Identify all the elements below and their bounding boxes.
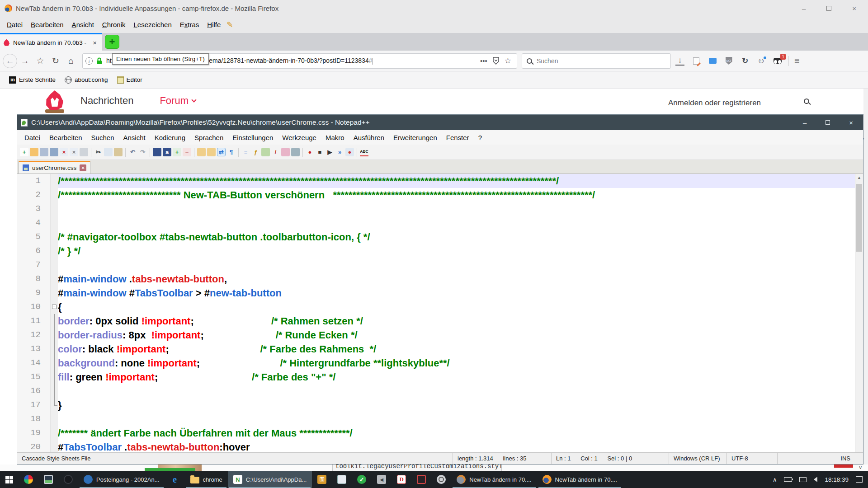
toolbar-indent-guide-icon[interactable]: ≡: [241, 148, 250, 156]
scroll-down-chevron-icon[interactable]: v: [859, 465, 862, 470]
browser-circle-app[interactable]: [58, 471, 78, 488]
explorer-chrome-window[interactable]: chrome: [185, 471, 228, 488]
pencil-icon[interactable]: ✎: [226, 20, 233, 29]
toolbar-print-icon[interactable]: [80, 148, 88, 156]
code-line-15[interactable]: fill: green !important; /* Farbe des "+"…: [58, 370, 855, 384]
back-icon[interactable]: ←: [3, 54, 17, 68]
action-center-icon[interactable]: [856, 476, 863, 483]
scrollbar-thumb[interactable]: [856, 184, 862, 252]
toolbar-monitoring-icon[interactable]: [291, 148, 300, 156]
npp-menu-bearbeiten[interactable]: Bearbeiten: [45, 132, 87, 143]
ff-menu-datei[interactable]: Datei: [3, 19, 27, 30]
thunderbird-window[interactable]: Posteingang - 2002An...: [78, 471, 165, 488]
fold-marker[interactable]: [51, 356, 58, 370]
display-tool-app[interactable]: [411, 471, 431, 488]
tab-newtab-aendern[interactable]: NewTab ändern in 70.0b3 - ×: [0, 33, 102, 51]
close-button[interactable]: ×: [852, 5, 856, 12]
refresh-extension-icon[interactable]: ↻: [741, 56, 750, 66]
firefox-taskbar-window[interactable]: NewTab ändern in 70....: [537, 471, 623, 488]
code-line-12[interactable]: border-radius: 8px !important; /* Runde …: [58, 328, 855, 342]
npp-menu-sprachen[interactable]: Sprachen: [190, 132, 228, 143]
fold-marker[interactable]: [51, 384, 58, 398]
toolbar-paste-icon[interactable]: [114, 148, 123, 156]
page-actions-icon[interactable]: •••: [477, 57, 490, 65]
page-nav-nachrichten[interactable]: Nachrichten: [80, 95, 133, 107]
ff-menu-lesezeichen[interactable]: Lesezeichen: [130, 19, 176, 30]
code-line-18[interactable]: [58, 412, 855, 426]
pocket-shield-icon[interactable]: [492, 57, 500, 65]
ff-menu-bearbeiten[interactable]: Bearbeiten: [27, 19, 68, 30]
code-line-6[interactable]: /* } */: [58, 244, 855, 258]
page-scrollbar[interactable]: [863, 89, 868, 471]
d-tool-app[interactable]: D: [392, 471, 411, 488]
code-line-14[interactable]: background: none !important; /* Hintergr…: [58, 356, 855, 370]
code-text[interactable]: /***************************************…: [58, 174, 855, 452]
login-link[interactable]: Anmelden oder registrieren: [668, 99, 761, 108]
toolbar-find-icon[interactable]: [153, 148, 161, 156]
toolbar-close-all-icon[interactable]: ×: [70, 148, 78, 156]
code-line-7[interactable]: [58, 258, 855, 272]
fold-marker[interactable]: −: [51, 300, 58, 314]
home-icon[interactable]: ⌂: [63, 53, 79, 69]
downloads-icon[interactable]: ↓: [675, 56, 684, 66]
toolbar-zoom-in-icon[interactable]: +: [173, 148, 181, 156]
edge-app[interactable]: e: [165, 471, 185, 488]
fold-collapse-icon[interactable]: −: [52, 305, 57, 309]
battery-icon[interactable]: [784, 477, 792, 482]
npp-minimize-button[interactable]: –: [803, 119, 807, 127]
bookmark-star-icon[interactable]: ☆: [33, 53, 48, 69]
code-line-20[interactable]: #TabsToolbar .tabs-newtab-button:hover: [58, 440, 855, 452]
new-tab-button[interactable]: +: [105, 35, 119, 49]
toolbar-replace-icon[interactable]: a: [163, 148, 171, 156]
bookmark-page-star-icon[interactable]: ☆: [502, 56, 514, 66]
code-line-11[interactable]: border: 0px solid !important; /* Rahmen …: [58, 314, 855, 328]
code-line-2[interactable]: /******************************* New-TAB…: [58, 188, 855, 202]
npp-maximize-button[interactable]: [826, 120, 830, 125]
campfirefox-logo[interactable]: [45, 90, 64, 114]
reload-icon[interactable]: ↻: [48, 53, 63, 69]
toolbar-save-all-icon[interactable]: [50, 148, 58, 156]
ublock-shield-icon[interactable]: uO: [724, 56, 733, 66]
ff-menu-extras[interactable]: Extras: [176, 19, 203, 30]
fold-marker[interactable]: [51, 342, 58, 356]
npp-menu-suchen[interactable]: Suchen: [87, 132, 119, 143]
page-nav-forum[interactable]: Forum: [160, 95, 196, 107]
notes-app[interactable]: [332, 471, 352, 488]
doc-tab-userchrome[interactable]: userChrome.css ✕: [19, 161, 90, 174]
code-line-3[interactable]: [58, 202, 855, 216]
firefox-beta-window[interactable]: NewTab ändern in 70....: [451, 471, 537, 488]
toolbar-folder-workspace-icon[interactable]: [281, 148, 290, 156]
maximize-button[interactable]: [826, 6, 831, 11]
toolbar-macro-save-icon[interactable]: ●: [345, 148, 354, 156]
npp-menu-erweiterungen[interactable]: Erweiterungen: [389, 132, 442, 143]
code-line-19[interactable]: /******* ändert Farbe nach Überfahren mi…: [58, 426, 855, 440]
toolbar-macro-play-icon[interactable]: ▶: [326, 148, 334, 156]
forward-icon[interactable]: →: [17, 53, 33, 69]
code-line-4[interactable]: [58, 216, 855, 230]
capture-app[interactable]: [431, 471, 451, 488]
bookmark-editor[interactable]: Editor: [114, 75, 145, 85]
toolbar-close-doc-icon[interactable]: ×: [60, 148, 68, 156]
npp-menu-werkzeuge[interactable]: Werkzeuge: [278, 132, 321, 143]
display-icon[interactable]: [799, 477, 807, 482]
status-ok-app[interactable]: ✓: [352, 471, 372, 488]
npp-menu-kodierung[interactable]: Kodierung: [150, 132, 190, 143]
privacy-mask-icon[interactable]: 1: [773, 56, 782, 66]
toolbar-function-list-icon[interactable]: ƒ: [251, 148, 260, 156]
editor-area[interactable]: /***************************************…: [17, 174, 863, 452]
bookmark-about-config[interactable]: about:config: [62, 75, 111, 85]
npp-menu-einstellungen[interactable]: Einstellungen: [228, 132, 278, 143]
npp-menu-ausführen[interactable]: Ausführen: [349, 132, 389, 143]
search-bar[interactable]: Suchen: [522, 53, 671, 69]
toolbar-open-folder-icon[interactable]: [30, 148, 38, 156]
tab-close-icon[interactable]: ×: [91, 39, 99, 47]
npp-menu-help[interactable]: ?: [474, 132, 486, 143]
tray-chevron-up-icon[interactable]: ∧: [773, 476, 777, 483]
toolbar-sync-scroll-v-icon[interactable]: [197, 148, 206, 156]
code-line-10[interactable]: {: [58, 300, 855, 314]
code-line-9[interactable]: #main-window #TabsToolbar > #new-tab-but…: [58, 286, 855, 300]
npp-menu-datei[interactable]: Datei: [20, 132, 45, 143]
toolbar-copy-icon[interactable]: [104, 148, 113, 156]
ff-menu-hilfe[interactable]: Hilfe: [203, 19, 225, 30]
code-line-1[interactable]: /***************************************…: [58, 174, 855, 188]
